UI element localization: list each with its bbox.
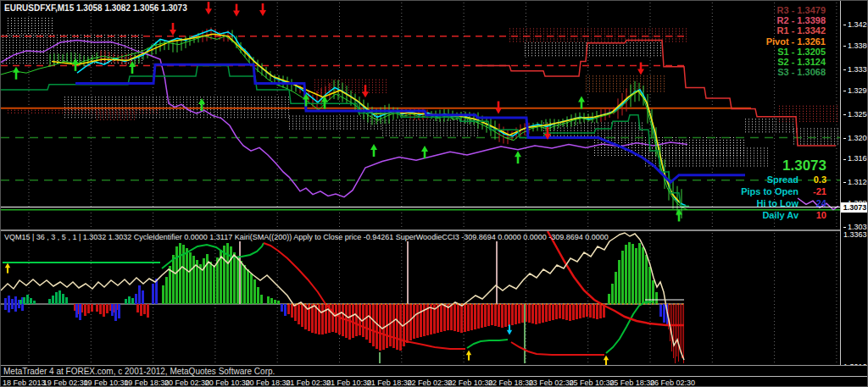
- histogram-bar: [389, 304, 392, 346]
- time-axis-label: 21 Feb 10:30: [326, 379, 371, 387]
- histogram-bar: [338, 304, 341, 334]
- histogram-bar: [635, 248, 637, 304]
- time-axis-label: 22 Feb 10:30: [448, 379, 492, 387]
- status-bar: MetaTrader 4 at FOREX.com, c 2001-2012, …: [1, 365, 868, 376]
- histogram-bar: [14, 304, 17, 312]
- pivot-row-r3: R3 - 1.3479: [766, 5, 826, 15]
- histogram-bar: [243, 265, 246, 304]
- pivot-row-r2: R2 - 1.3398: [766, 15, 826, 25]
- up-arrow-icon: [198, 98, 205, 104]
- pivot-row-s2: S2 - 1.3124: [766, 57, 826, 67]
- histogram-bar: [114, 304, 117, 321]
- histogram-bar: [125, 299, 127, 304]
- mt4-terminal-window: EURUSDFXF,M15 1.3058 1.3082 1.3056 1.307…: [0, 0, 868, 387]
- histogram-bar: [683, 304, 684, 363]
- y-axis-tick: 1.3165: [843, 154, 868, 163]
- up-arrow-icon: [578, 97, 585, 102]
- histogram-bar: [572, 304, 575, 320]
- histogram-bar: [474, 304, 476, 329]
- time-axis-label: 23 Feb 02:30: [529, 379, 574, 387]
- histogram-bar: [569, 304, 571, 321]
- histogram-bar: [111, 304, 114, 316]
- histogram-bar: [542, 304, 544, 323]
- pivot-levels-panel: R3 - 1.3479R2 - 1.3398R1 - 1.3342Pivot -…: [766, 5, 826, 77]
- down-arrow-icon: [362, 91, 369, 97]
- price-axis[interactable]: 1.34201.33801.33351.32951.32501.32051.31…: [840, 1, 868, 376]
- down-arrow-icon: [637, 69, 644, 75]
- histogram-bar: [450, 304, 453, 330]
- histogram-bar: [62, 294, 64, 304]
- histogram-bar: [169, 266, 171, 304]
- histogram-bar: [552, 304, 554, 320]
- histogram-bar: [562, 304, 565, 319]
- vq-indicator-chart[interactable]: [1, 231, 840, 365]
- y-axis-tick: 1.3295: [843, 86, 868, 95]
- down-arrow-icon: [507, 330, 512, 335]
- y-axis-tick: 1.3250: [843, 110, 868, 119]
- histogram-bar: [498, 304, 500, 327]
- histogram-bar: [632, 244, 634, 304]
- histogram-bar: [52, 296, 54, 304]
- indicator-subwindow[interactable]: [1, 229, 840, 365]
- histogram-bar: [467, 304, 470, 331]
- price-info-rows: Spread0.3Pips to Open-21Hi to Low24Daily…: [741, 174, 826, 221]
- time-axis-label: 20 Feb 18:30: [246, 379, 291, 387]
- histogram-bar: [559, 304, 561, 318]
- histogram-bar: [464, 304, 466, 332]
- histogram-bar: [87, 304, 90, 313]
- histogram-bar: [663, 304, 665, 323]
- histogram-bar: [298, 304, 300, 324]
- histogram-bar: [504, 304, 507, 327]
- info-row: Daily Av10: [741, 209, 826, 221]
- histogram-bar: [618, 260, 620, 304]
- histogram-bar: [11, 304, 14, 309]
- histogram-bar: [443, 304, 446, 331]
- histogram-bar: [420, 304, 422, 337]
- pivot-row-r1: R1 - 1.3342: [766, 25, 826, 36]
- histogram-bar: [106, 304, 108, 313]
- histogram-bar: [565, 304, 568, 320]
- histogram-bar: [608, 294, 610, 304]
- time-axis-label: 20 Feb 10:30: [205, 379, 250, 387]
- histogram-bar: [535, 304, 537, 324]
- info-row: Spread0.3: [741, 174, 826, 185]
- histogram-bar: [376, 304, 378, 349]
- histogram-bar: [321, 304, 324, 334]
- histogram-bar: [48, 299, 51, 304]
- histogram-bar: [531, 304, 534, 323]
- histogram-bar: [477, 304, 480, 329]
- up-arrow-icon: [515, 151, 521, 157]
- histogram-bar: [236, 257, 239, 304]
- time-axis[interactable]: 18 Feb 201319 Feb 02:3019 Feb 10:3019 Fe…: [1, 376, 868, 387]
- histogram-bar: [352, 304, 354, 338]
- pivot-row-pivot: Pivot - 1.3261: [766, 36, 826, 47]
- histogram-bar: [4, 304, 7, 310]
- histogram-bar: [487, 304, 490, 326]
- histogram-bar: [680, 304, 681, 351]
- histogram-bar: [118, 304, 120, 318]
- histogram-bar: [226, 243, 229, 304]
- histogram-bar: [179, 243, 181, 304]
- histogram-bar: [79, 304, 81, 320]
- histogram-bar: [233, 252, 236, 304]
- histogram-bar: [189, 252, 192, 304]
- sub-axis-tick: 1.3363: [843, 230, 867, 239]
- histogram-bar: [399, 304, 402, 351]
- histogram-bar: [501, 304, 504, 328]
- histogram-bar: [596, 304, 598, 319]
- main-price-chart[interactable]: [1, 1, 840, 231]
- price-info-panel: 1.3073 Spread0.3Pips to Open-21Hi to Low…: [741, 158, 826, 221]
- histogram-bar: [58, 290, 61, 304]
- histogram-bar: [18, 304, 20, 308]
- histogram-bar: [131, 298, 134, 304]
- histogram-bar: [55, 292, 58, 304]
- histogram-bar: [453, 304, 456, 331]
- histogram-bar: [365, 304, 368, 340]
- histogram-bar: [277, 301, 280, 304]
- histogram-bar: [582, 304, 585, 318]
- time-axis-label: 22 Feb 18:30: [488, 379, 533, 387]
- histogram-bar: [671, 304, 672, 351]
- histogram-bar: [484, 304, 487, 327]
- histogram-bar: [676, 304, 677, 357]
- y-axis-tick: 1.3205: [843, 134, 868, 142]
